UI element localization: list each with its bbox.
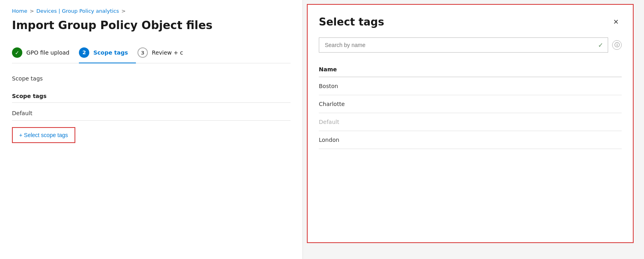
step3-circle: 3 (137, 47, 148, 58)
left-panel: Home > Devices | Group Policy analytics … (0, 0, 303, 259)
search-input[interactable] (319, 37, 608, 53)
step1-circle: ✓ (12, 47, 22, 58)
scope-tag-default: Default (12, 106, 291, 121)
step2-circle: 2 (79, 47, 89, 58)
select-scope-tags-button[interactable]: + Select scope tags (12, 127, 75, 143)
step3-label: Review + c (152, 49, 183, 56)
dialog-close-button[interactable]: × (610, 16, 622, 28)
search-check-icon: ✓ (598, 41, 603, 49)
table-header-name: Name (319, 62, 622, 77)
step2-label: Scope tags (93, 49, 128, 56)
tag-name-cell: London (319, 131, 622, 149)
tag-table: Name BostonCharlotteDefaultLondon (319, 62, 622, 149)
step-gpo-upload[interactable]: ✓ GPO file upload (12, 43, 77, 63)
breadcrumb: Home > Devices | Group Policy analytics … (12, 8, 291, 14)
step1-label: GPO file upload (26, 49, 69, 56)
step-review[interactable]: 3 Review + c (137, 43, 191, 63)
dialog-body: ✓ ⓘ Name BostonCharlotteDefaultLondon (308, 34, 633, 160)
steps-bar: ✓ GPO file upload 2 Scope tags 3 Review … (12, 43, 291, 63)
breadcrumb-home[interactable]: Home (12, 8, 27, 14)
scope-section-label: Scope tags (12, 75, 291, 82)
table-row[interactable]: Boston (319, 77, 622, 95)
step-scope-tags[interactable]: 2 Scope tags (79, 43, 136, 63)
page-title: Import Group Policy Object files (12, 19, 291, 32)
table-row[interactable]: Charlotte (319, 95, 622, 113)
right-panel: Select tags × ✓ ⓘ Name BostonCharlotteDe… (303, 0, 644, 259)
tag-name-cell: Charlotte (319, 95, 622, 113)
tag-name-cell: Default (319, 113, 622, 131)
dialog-title: Select tags (319, 16, 384, 28)
search-input-wrap: ✓ (319, 37, 608, 53)
table-row[interactable]: Default (319, 113, 622, 131)
search-row: ✓ ⓘ (319, 37, 622, 53)
scope-tags-table-header: Scope tags (12, 90, 291, 103)
breadcrumb-devices[interactable]: Devices | Group Policy analytics (36, 8, 119, 14)
breadcrumb-sep2: > (122, 8, 126, 14)
table-row[interactable]: London (319, 131, 622, 149)
info-icon[interactable]: ⓘ (612, 40, 622, 50)
select-tags-dialog: Select tags × ✓ ⓘ Name BostonCharlotteDe… (307, 4, 634, 243)
tag-name-cell: Boston (319, 77, 622, 95)
dialog-header: Select tags × (308, 5, 633, 34)
breadcrumb-sep1: > (29, 8, 34, 14)
